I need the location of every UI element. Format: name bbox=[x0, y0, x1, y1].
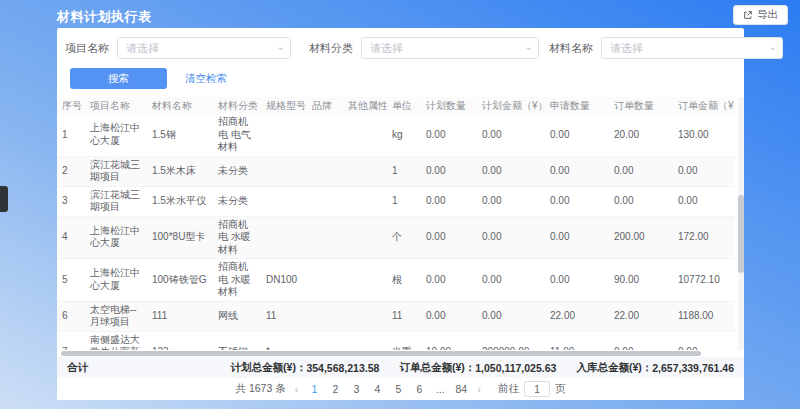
table-cell: 0.00 bbox=[477, 186, 545, 216]
chevron-down-icon: ⌄ bbox=[277, 42, 285, 52]
total-label: 合计 bbox=[57, 361, 88, 375]
table-cell: 130.00 bbox=[673, 114, 735, 156]
table-cell: 0.00 bbox=[673, 186, 735, 216]
table-cell: 招商机电 水暖材料 bbox=[213, 259, 261, 302]
table-row[interactable]: 3滨江花城三期项目1.5米水平仪未分类10.000.000.000.000.00 bbox=[57, 186, 735, 216]
table-cell: 7 bbox=[57, 331, 85, 350]
material-category-select[interactable]: 请选择 ⌄ bbox=[361, 37, 539, 59]
column-header: 材料分类 bbox=[213, 97, 261, 114]
filter-project: 项目名称 请选择 ⌄ bbox=[65, 37, 309, 59]
table-cell: 未分类 bbox=[213, 156, 261, 186]
table-cell bbox=[307, 216, 343, 259]
action-bar: 搜索 清空检索 bbox=[57, 59, 744, 97]
table-cell: 不锈钢 bbox=[213, 331, 261, 350]
project-select-placeholder: 请选择 bbox=[126, 41, 159, 56]
page-number-4[interactable]: 4 bbox=[370, 383, 384, 395]
table-cell: 0.00 bbox=[673, 156, 735, 186]
table-row[interactable]: 5上海松江中心大厦100铸铁管G招商机电 水暖材料DN100根0.000.000… bbox=[57, 259, 735, 302]
chevron-down-icon: ⌄ bbox=[525, 42, 533, 52]
table-cell: 20.00 bbox=[609, 114, 673, 156]
column-header: 单位 bbox=[387, 97, 421, 114]
table-cell: 22.00 bbox=[545, 301, 609, 331]
goto-label: 前往 bbox=[498, 382, 519, 396]
horizontal-scrollbar-track[interactable] bbox=[57, 350, 744, 357]
table-cell: 0.00 bbox=[421, 156, 477, 186]
page-number-1[interactable]: 1 bbox=[307, 383, 321, 395]
table-cell: 100铸铁管G bbox=[147, 259, 213, 302]
drawer-handle[interactable] bbox=[0, 186, 8, 212]
table-cell: 0.00 bbox=[545, 216, 609, 259]
page-ellipsis: ... bbox=[433, 383, 447, 395]
table-cell: 滨江花城三期项目 bbox=[85, 186, 147, 216]
table-cell: 招商机电 水暖材料 bbox=[213, 216, 261, 259]
summary-row: 合计 计划总金额(¥)： 354,568,213.58 订单总金额(¥)： 1,… bbox=[57, 357, 744, 378]
goto-page-input[interactable] bbox=[524, 381, 550, 397]
table-cell: 1188.00 bbox=[673, 301, 735, 331]
table-cell: 0.00 bbox=[477, 114, 545, 156]
table-cell: 0.00 bbox=[609, 331, 673, 350]
table-row[interactable]: 7南侧盛达大学生公寓新建123不锈钢*米重10.00200000.0011.00… bbox=[57, 331, 735, 350]
export-label: 导出 bbox=[757, 8, 778, 22]
next-page-arrow[interactable]: › bbox=[475, 383, 483, 395]
table-cell: 0.00 bbox=[545, 114, 609, 156]
table-cell: 滨江花城三期项目 bbox=[85, 156, 147, 186]
column-header: 订单金额（¥） bbox=[673, 97, 735, 114]
vertical-scrollbar-thumb[interactable] bbox=[738, 195, 744, 273]
table-cell: 个 bbox=[387, 216, 421, 259]
horizontal-scrollbar-thumb[interactable] bbox=[61, 351, 701, 356]
table-cell bbox=[343, 331, 387, 350]
clear-search-link[interactable]: 清空检索 bbox=[185, 72, 227, 86]
data-table-container: 序号项目名称材料名称材料分类规格型号品牌其他属性单位计划数量计划金额（¥）申请数… bbox=[57, 97, 744, 350]
table-cell bbox=[307, 259, 343, 302]
project-name-select[interactable]: 请选择 ⌄ bbox=[117, 37, 291, 59]
category-select-placeholder: 请选择 bbox=[370, 41, 403, 56]
table-cell: 0.00 bbox=[421, 301, 477, 331]
table-cell bbox=[343, 114, 387, 156]
table-cell: 南侧盛达大学生公寓新建 bbox=[85, 331, 147, 350]
table-cell bbox=[261, 216, 307, 259]
table-cell: 0.00 bbox=[477, 259, 545, 302]
column-header: 申请数量 bbox=[545, 97, 609, 114]
table-cell: 0.00 bbox=[545, 259, 609, 302]
table-row[interactable]: 2滨江花城三期项目1.5米木床未分类10.000.000.000.000.00 bbox=[57, 156, 735, 186]
table-cell: 0.00 bbox=[545, 156, 609, 186]
table-cell: 1 bbox=[387, 186, 421, 216]
vertical-scrollbar-track[interactable] bbox=[738, 97, 744, 350]
material-plan-table: 序号项目名称材料名称材料分类规格型号品牌其他属性单位计划数量计划金额（¥）申请数… bbox=[57, 97, 735, 350]
page-number-6[interactable]: 6 bbox=[412, 383, 426, 395]
table-row[interactable]: 4上海松江中心大厦100*8U型卡招商机电 水暖材料个0.000.000.002… bbox=[57, 216, 735, 259]
material-name-select[interactable]: 请选择 ⌄ bbox=[601, 37, 783, 59]
column-header: 订单数量 bbox=[609, 97, 673, 114]
page-number-2[interactable]: 2 bbox=[328, 383, 342, 395]
table-row[interactable]: 1上海松江中心大厦1.5钢招商机电 电气材料kg0.000.000.0020.0… bbox=[57, 114, 735, 156]
table-cell bbox=[261, 114, 307, 156]
table-cell: 上海松江中心大厦 bbox=[85, 216, 147, 259]
table-cell: 22.00 bbox=[609, 301, 673, 331]
main-card: 项目名称 请选择 ⌄ 材料分类 请选择 ⌄ 材料名称 请选择 ⌄ 搜索 清空检索 bbox=[57, 28, 744, 400]
table-row[interactable]: 6太空电梯--月球项目111网线11110.000.0022.0022.0011… bbox=[57, 301, 735, 331]
table-cell: 1 bbox=[57, 114, 85, 156]
page-number-5[interactable]: 5 bbox=[391, 383, 405, 395]
table-cell bbox=[343, 216, 387, 259]
page-number-84[interactable]: 84 bbox=[454, 383, 468, 395]
order-total-label: 订单总金额(¥)： bbox=[399, 361, 475, 375]
prev-page-arrow[interactable]: ‹ bbox=[293, 383, 301, 395]
table-cell: 0.00 bbox=[545, 186, 609, 216]
table-cell: 0.00 bbox=[477, 301, 545, 331]
table-cell: 0.00 bbox=[421, 114, 477, 156]
table-cell: DN100 bbox=[261, 259, 307, 302]
totals-group: 计划总金额(¥)： 354,568,213.58 订单总金额(¥)： 1,050… bbox=[231, 361, 744, 375]
filter-category: 材料分类 请选择 ⌄ bbox=[309, 37, 549, 59]
export-icon bbox=[743, 10, 753, 20]
pagination-total: 共 1673 条 bbox=[235, 382, 285, 396]
table-cell: 3 bbox=[57, 186, 85, 216]
search-button[interactable]: 搜索 bbox=[70, 68, 167, 89]
table-cell bbox=[307, 301, 343, 331]
table-cell: 11 bbox=[387, 301, 421, 331]
goto-page-group: 前往 页 bbox=[498, 381, 566, 397]
table-cell: 1 bbox=[387, 156, 421, 186]
export-button[interactable]: 导出 bbox=[733, 5, 788, 25]
inbound-total-value: 2,657,339,761.46 bbox=[652, 362, 734, 374]
table-cell: 123 bbox=[147, 331, 213, 350]
page-number-3[interactable]: 3 bbox=[349, 383, 363, 395]
